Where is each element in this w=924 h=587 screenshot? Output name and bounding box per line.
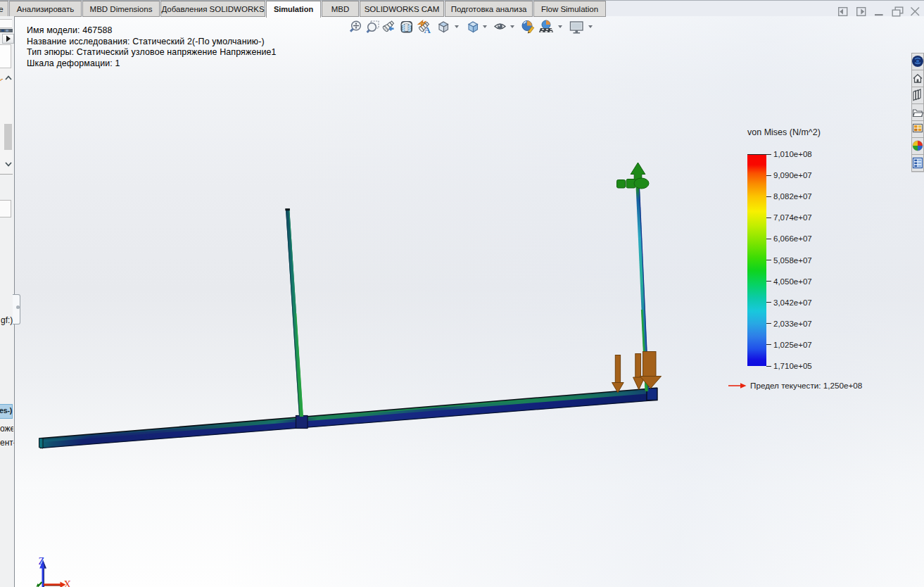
svg-text:A: A xyxy=(424,25,431,35)
svg-text:X: X xyxy=(64,579,72,587)
svg-text:Z: Z xyxy=(39,555,45,567)
